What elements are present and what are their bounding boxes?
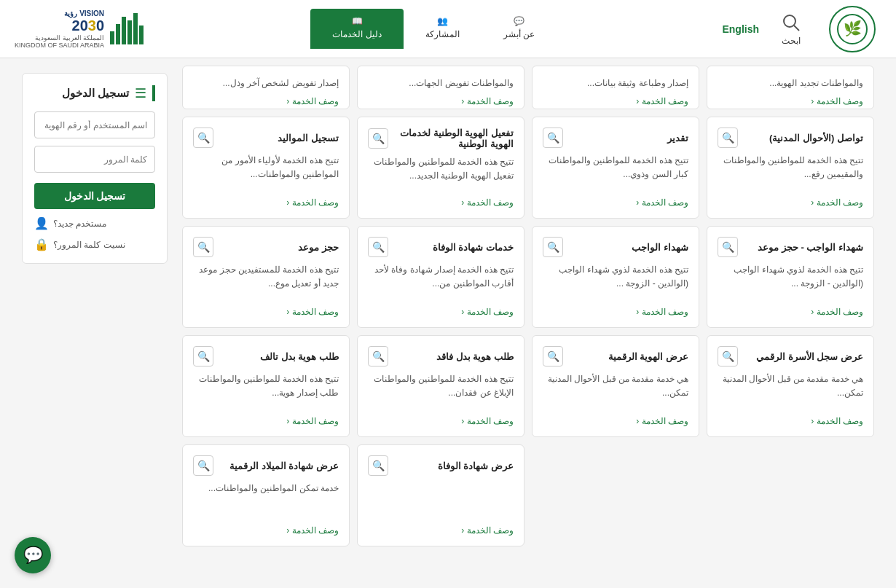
nav-label-services: دليل الخدمات: [332, 29, 381, 39]
card-activate-link[interactable]: وصف الخدمة ‹: [368, 197, 514, 208]
logo-icon: 🌿: [829, 6, 876, 52]
card-death-cert-view-btn[interactable]: 🔍: [368, 455, 388, 476]
card-death-cert-btn[interactable]: 🔍: [368, 237, 388, 257]
forgot-password-link[interactable]: نسيت كلمة المرور؟ 🔒: [34, 238, 155, 251]
username-input[interactable]: [34, 114, 154, 136]
svg-rect-5: [116, 24, 120, 44]
card-family-record: عرض سجل الأسرة الرقمي 🔍 هي خدمة مقدمة من…: [707, 335, 874, 437]
card-taqdeer: تقدير 🔍 تتيح هذه الخدمة للمواطنين والموا…: [532, 117, 699, 219]
partial-link-2[interactable]: وصف الخدمة ‹: [543, 96, 688, 106]
card-shahada-appt-header: شهداء الواجب - حجز موعد 🔍: [718, 237, 863, 257]
svg-line-3: [794, 26, 799, 31]
card-shahada-appt-desc: تتيح هذه الخدمة لذوي شهداء الواجب (الوال…: [718, 263, 863, 301]
card-digital-id-header: عرض الهوية الرقمية 🔍: [543, 346, 688, 366]
forgot-label: نسيت كلمة المرور؟: [53, 240, 125, 250]
card-death-cert-title: خدمات شهادة الوفاة: [394, 242, 514, 253]
partial-desc-2: إصدار وطباعة وثيقة بيانات...: [543, 77, 688, 90]
card-birth-title: تسجيل المواليد: [219, 133, 339, 144]
card-damaged-id-title: طلب هوية بدل تالف: [219, 351, 339, 362]
card-shahada-wajeb-desc: تتيح هذه الخدمة لذوي شهداء الواجب (الوال…: [543, 263, 688, 301]
card-birth-header: تسجيل المواليد 🔍: [193, 128, 339, 148]
username-input-group[interactable]: 👤: [34, 111, 155, 138]
card-activate-title: تفعيل الهوية الوطنية لخدمات الهوية الوطن…: [394, 128, 514, 149]
card-civil-search-btn[interactable]: 🔍: [718, 128, 738, 148]
card-birth-cert-view-btn[interactable]: 🔍: [193, 455, 213, 476]
card-taqdeer-link[interactable]: وصف الخدمة ‹: [543, 197, 688, 208]
partial-card-1: والمواطنات تجديد الهوية... وصف الخدمة ‹: [707, 66, 874, 109]
svg-rect-7: [127, 20, 132, 44]
card-activate-id: تفعيل الهوية الوطنية لخدمات الهوية الوطن…: [357, 117, 524, 219]
card-taqdeer-desc: تتيح هذه الخدمة للمواطنين والمواطنات كبا…: [543, 154, 688, 192]
card-lost-id-header: طلب هوية بدل فاقد 🔍: [368, 346, 514, 366]
partial-desc-3: والمواطنات تفويض الجهات...: [368, 77, 514, 90]
card-civil: تواصل (الأحوال المدنية) 🔍 تتيح هذه الخدم…: [707, 117, 874, 219]
card-civil-title: تواصل (الأحوال المدنية): [744, 133, 863, 144]
card-damaged-id-link[interactable]: وصف الخدمة ‹: [193, 416, 339, 426]
search-area[interactable]: ابحث: [781, 12, 801, 46]
logo: 🌿: [823, 4, 881, 55]
card-family-record-btn[interactable]: 🔍: [718, 346, 738, 366]
card-civil-desc: تتيح هذه الخدمة للمواطنين والمواطنات وال…: [718, 154, 863, 192]
card-appointment-title: حجز موعد: [219, 242, 339, 253]
partial-link-3[interactable]: وصف الخدمة ‹: [368, 96, 514, 106]
card-lost-id-link[interactable]: وصف الخدمة ‹: [368, 416, 514, 426]
nav-label-about: عن أبشر: [503, 29, 535, 39]
svg-point-2: [784, 15, 795, 27]
forgot-icon: 🔒: [34, 238, 49, 251]
card-civil-header: تواصل (الأحوال المدنية) 🔍: [718, 128, 863, 148]
card-death-cert-link[interactable]: وصف الخدمة ‹: [368, 307, 514, 317]
partial-link-4[interactable]: وصف الخدمة ‹: [193, 96, 339, 106]
card-shahada-appt-link[interactable]: وصف الخدمة ‹: [718, 307, 863, 317]
login-title: ☰ تسجيل الدخول: [34, 85, 155, 101]
card-appointment-link[interactable]: وصف الخدمة ‹: [193, 307, 339, 317]
card-shahada-wajeb-title: شهداء الواجب: [569, 242, 688, 253]
content-area: والمواطنات تجديد الهوية... وصف الخدمة ‹ …: [175, 66, 881, 554]
svg-rect-8: [133, 13, 138, 44]
card-civil-link[interactable]: وصف الخدمة ‹: [718, 197, 863, 208]
card-damaged-id-btn[interactable]: 🔍: [193, 346, 213, 366]
card-shahada-wajeb-btn[interactable]: 🔍: [543, 237, 563, 257]
card-taqdeer-title: تقدير: [569, 133, 688, 144]
card-family-record-link[interactable]: وصف الخدمة ‹: [718, 416, 863, 426]
card-birth-cert-view-header: عرض شهادة الميلاد الرقمية 🔍: [193, 455, 339, 476]
card-appointment-btn[interactable]: 🔍: [193, 237, 213, 257]
card-birth-cert-view-desc: خدمة تمكن المواطنين والمواطنات...: [193, 482, 339, 520]
card-death-cert-view-link[interactable]: وصف الخدمة ‹: [368, 525, 514, 536]
card-taqdeer-search-btn[interactable]: 🔍: [543, 128, 563, 148]
card-lost-id-desc: تتيح هذه الخدمة للمواطنين والمواطنات الإ…: [368, 372, 514, 410]
language-button[interactable]: English: [722, 23, 759, 35]
new-user-link[interactable]: مستخدم جديد؟ 👤: [34, 216, 155, 230]
card-damaged-id: طلب هوية بدل تالف 🔍 تتيح هذه الخدمة للمو…: [182, 335, 350, 437]
partial-link-1[interactable]: وصف الخدمة ‹: [718, 96, 863, 106]
nav-item-share[interactable]: 👥 المشاركة: [404, 9, 482, 49]
card-birth-desc: تتيح هذه الخدمة لأولياء الأمور من المواط…: [193, 154, 339, 192]
card-birth-cert-view-link[interactable]: وصف الخدمة ‹: [193, 525, 339, 536]
vision-logo: VISION رؤية 2030 المملكة العربية السعودي…: [15, 9, 145, 49]
card-death-cert-header: خدمات شهادة الوفاة 🔍: [368, 237, 514, 257]
sidebar: ☰ تسجيل الدخول 👤 🔒 تسجيل الدخول مستخدم ج…: [15, 66, 175, 554]
card-activate-search-btn[interactable]: 🔍: [368, 128, 388, 149]
card-appointment-desc: تتيح هذه الخدمة للمستفيدين حجز موعد جديد…: [193, 263, 339, 301]
login-button[interactable]: تسجيل الدخول: [34, 183, 155, 209]
card-birth-link[interactable]: وصف الخدمة ‹: [193, 197, 339, 208]
card-shahada-wajeb-link[interactable]: وصف الخدمة ‹: [543, 307, 688, 317]
new-user-icon: 👤: [34, 216, 49, 230]
password-input[interactable]: [34, 149, 154, 170]
cards-grid: تواصل (الأحوال المدنية) 🔍 تتيح هذه الخدم…: [175, 109, 881, 554]
login-title-text: تسجيل الدخول: [62, 87, 129, 100]
partial-card-4: إصدار تفويض لشخص آخر وذل... وصف الخدمة ‹: [182, 66, 350, 109]
main-nav: 💬 عن أبشر 👥 المشاركة 📖 دليل الخدمات: [310, 9, 557, 49]
card-appointment-header: حجز موعد 🔍: [193, 237, 339, 257]
card-activate-desc: تتيح هذه الخدمة للمواطنين والمواطنات تفع…: [368, 155, 514, 192]
svg-text:🌿: 🌿: [844, 20, 862, 37]
card-lost-id-btn[interactable]: 🔍: [368, 346, 388, 366]
card-activate-header: تفعيل الهوية الوطنية لخدمات الهوية الوطن…: [368, 128, 514, 149]
card-shahada-appt-btn[interactable]: 🔍: [718, 237, 738, 257]
card-birth-search-btn[interactable]: 🔍: [193, 128, 213, 148]
password-input-group[interactable]: 🔒: [34, 146, 155, 173]
nav-item-services[interactable]: 📖 دليل الخدمات: [310, 9, 403, 49]
card-digital-id-link[interactable]: وصف الخدمة ‹: [543, 416, 688, 426]
card-digital-id-btn[interactable]: 🔍: [543, 346, 563, 366]
nav-item-about[interactable]: 💬 عن أبشر: [482, 9, 557, 49]
svg-rect-9: [139, 26, 144, 44]
